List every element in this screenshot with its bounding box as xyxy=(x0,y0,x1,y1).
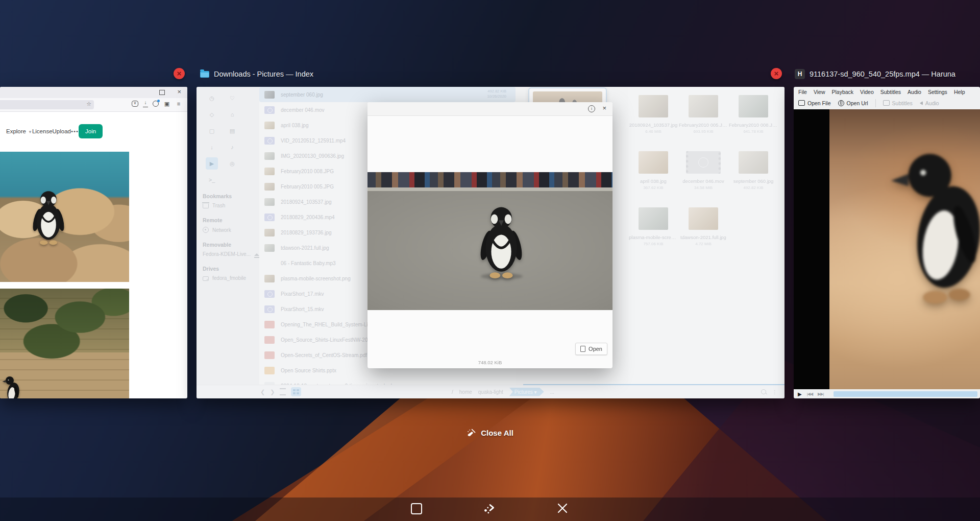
crumb-current[interactable]: Pictures ▾ xyxy=(509,388,544,396)
forward-button[interactable]: ❯ xyxy=(270,389,275,395)
browser-window[interactable]: × ☆ ∨ ↓ ▣ ≡ Explore▼ License Upload ••• … xyxy=(0,87,187,398)
grid-item[interactable]: september 060.jpg492.82 KiB xyxy=(728,148,778,199)
haruna-title-text: 9116137-sd_960_540_25fps.mp4 — Haruna xyxy=(810,70,955,78)
seek-bar[interactable] xyxy=(834,391,977,397)
sidebar-item-fedora-kdem-live-[interactable]: Fedora-KDEM-Live... xyxy=(197,250,259,258)
crumb-more[interactable]: ... xyxy=(550,389,554,395)
nav-upload[interactable]: Upload xyxy=(53,128,71,134)
pocket-icon[interactable]: ∨ xyxy=(132,101,138,107)
menu-settings[interactable]: Settings xyxy=(928,89,947,95)
file-name: 06 - Fantastic Baby.mp3 xyxy=(281,260,336,266)
file-name: Open_Source_Shirts-LinuxFestNW-2024.pdf xyxy=(281,337,382,343)
sidebar-item-fedora-fmobile[interactable]: fedora_fmobile xyxy=(197,274,259,282)
music-icon[interactable]: ♪ xyxy=(226,141,238,153)
pictures-icon[interactable]: ▢ xyxy=(206,125,218,137)
haruna-window[interactable]: FileViewPlaybackVideoSubtitlesAudioSetti… xyxy=(794,87,980,398)
file-row[interactable]: september 060.jpg492.82 KiB10/26/2020 xyxy=(259,87,516,102)
restore-icon[interactable] xyxy=(159,90,165,95)
grid-item[interactable]: plasma-mobile-screen...757.06 KiB xyxy=(628,204,678,255)
search-icon[interactable] xyxy=(761,389,766,394)
overflow-menu-icon[interactable]: ⋮ xyxy=(772,389,777,395)
menu-help[interactable]: Help xyxy=(954,89,965,95)
videos-icon[interactable]: ▶ xyxy=(206,157,218,170)
video-frame xyxy=(829,109,980,389)
info-icon[interactable]: i xyxy=(588,105,595,112)
menu-subtitles[interactable]: Subtitles xyxy=(880,89,901,95)
grid-item-name: september 060.jpg xyxy=(733,178,774,184)
nav-license[interactable]: License xyxy=(32,128,53,134)
grid-item[interactable]: February2010 008.JPG641.78 KiB xyxy=(728,92,778,143)
menu-playback[interactable]: Playback xyxy=(832,89,854,95)
grid-item[interactable]: 20180924_103537.jpg6.46 MiB xyxy=(628,92,678,143)
crumb-user[interactable]: quaka-light xyxy=(478,389,503,395)
favorites-icon[interactable]: ♡ xyxy=(226,92,238,104)
back-button[interactable]: ❮ xyxy=(260,389,265,395)
home-icon[interactable]: ⌂ xyxy=(226,108,238,121)
open-file-icon xyxy=(798,100,805,106)
open-url-button[interactable]: Open Url xyxy=(838,100,868,106)
file-manager-window[interactable]: ◷♡◇⌂▢▤↓♪▶◎>_ BookmarksTrashRemoteNetwork… xyxy=(197,87,785,398)
grid-view-icon[interactable] xyxy=(291,387,301,396)
grid-item[interactable]: February2010 005.JPG693.95 KiB xyxy=(678,92,728,143)
menu-video[interactable]: Video xyxy=(860,89,874,95)
close-icon[interactable]: × xyxy=(602,104,606,112)
image-file-icon xyxy=(264,183,275,191)
sidebar-section-header: Bookmarks xyxy=(197,186,259,201)
next-button[interactable]: ▶▶| xyxy=(818,392,823,396)
close-all-button[interactable]: Close All xyxy=(467,428,513,438)
open-button[interactable]: Open xyxy=(575,343,607,355)
menu-file[interactable]: File xyxy=(798,89,807,95)
files-statusbar: ❮ ❯ / home quaka-light Pictures ▾ ... ⋮ xyxy=(197,385,785,398)
url-bar[interactable]: ☆ xyxy=(0,100,94,109)
tags-icon[interactable]: ◇ xyxy=(206,108,218,121)
file-name: IMG_20200130_090636.jpg xyxy=(281,153,344,159)
account-icon[interactable] xyxy=(153,101,159,107)
close-window-badge-files[interactable]: × xyxy=(771,68,782,79)
grid-item-size: 757.06 KiB xyxy=(643,242,663,246)
join-button[interactable]: Join xyxy=(79,124,103,138)
menu-icon[interactable]: ≡ xyxy=(175,100,182,107)
file-name: december 046.mov xyxy=(281,107,325,113)
grid-item-name: February2010 008.JPG xyxy=(729,122,778,128)
play-button[interactable]: ▶ xyxy=(798,391,802,397)
nav-explore[interactable]: Explore▼ xyxy=(6,128,32,134)
download-icon[interactable]: ↓ xyxy=(143,100,148,107)
sidebar-item-trash[interactable]: Trash xyxy=(197,201,259,210)
downloads-icon[interactable]: ↓ xyxy=(206,141,218,153)
menu-view[interactable]: View xyxy=(814,89,825,95)
extensions-icon[interactable]: ▣ xyxy=(163,100,170,107)
open-file-button[interactable]: Open File xyxy=(798,100,831,106)
image-file-icon xyxy=(264,198,275,206)
files-title-text: Downloads - Pictures — Index xyxy=(214,70,313,78)
windows-overview-icon[interactable] xyxy=(411,503,422,514)
grid-item[interactable]: tdawson-2021.full.jpg4.72 MiB xyxy=(678,204,728,255)
image-thumbnail xyxy=(689,207,718,230)
disks-icon[interactable]: ◎ xyxy=(226,157,238,170)
sidebar-item-network[interactable]: Network xyxy=(197,225,259,234)
nav-more[interactable]: ••• xyxy=(71,128,79,134)
image-file-icon xyxy=(264,244,275,252)
bookmark-star-icon[interactable]: ☆ xyxy=(86,101,91,107)
recent-icon[interactable]: ◷ xyxy=(206,92,218,104)
close-overview-icon[interactable] xyxy=(556,502,569,514)
crumb-home[interactable]: home xyxy=(459,389,472,395)
plasma-overview: × Downloads - Pictures — Index × H 91161… xyxy=(0,0,980,521)
crumb-root[interactable]: / xyxy=(452,389,453,395)
file-name: February2010 005.JPG xyxy=(281,184,334,190)
penguin-photo-rocks[interactable] xyxy=(0,152,129,282)
list-view-icon[interactable] xyxy=(280,388,286,395)
close-window-badge-browser[interactable]: × xyxy=(174,68,185,79)
grid-item[interactable]: april 038.jpg367.62 KiB xyxy=(628,148,678,199)
grid-item[interactable]: december 046.mov34.58 MiB xyxy=(678,148,728,199)
move-window-icon[interactable] xyxy=(483,502,496,515)
menu-audio[interactable]: Audio xyxy=(908,89,921,95)
close-icon[interactable]: × xyxy=(177,88,181,96)
grid-item-name: 20180924_103537.jpg xyxy=(629,122,678,128)
terminal-icon[interactable]: >_ xyxy=(206,174,218,186)
previous-button[interactable]: |◀◀ xyxy=(807,392,813,396)
file-name: plasma-mobile-screenshot.png xyxy=(281,276,351,281)
penguin-photo-wall[interactable] xyxy=(0,289,129,398)
video-area[interactable] xyxy=(794,109,980,389)
documents-icon[interactable]: ▤ xyxy=(226,125,238,137)
file-row[interactable]: 2024-10-13-centos_stream_9-timeseries-st… xyxy=(259,378,516,385)
